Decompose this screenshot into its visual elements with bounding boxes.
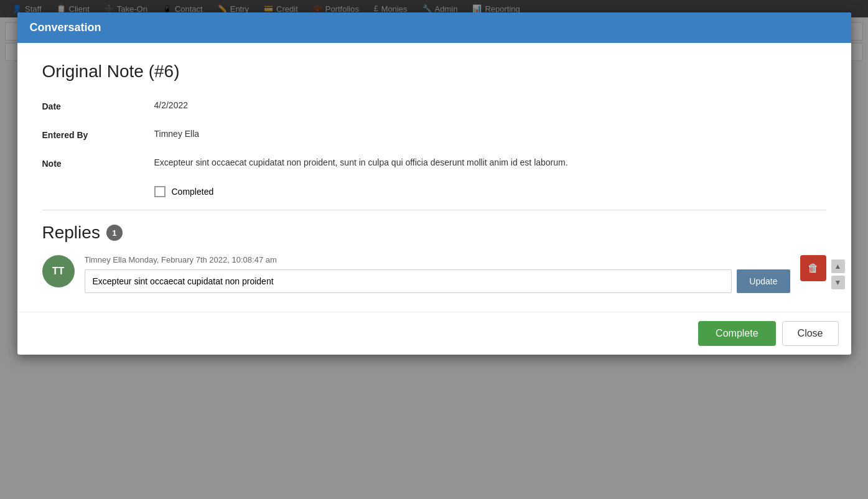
entered-by-label: Entered By: [42, 129, 154, 140]
complete-button[interactable]: Complete: [698, 321, 775, 346]
close-button[interactable]: Close: [782, 321, 839, 346]
date-value: 4/2/2022: [154, 100, 826, 110]
entered-by-value: Timney Ella: [154, 129, 826, 139]
reply-input[interactable]: [85, 269, 732, 293]
dialog-body[interactable]: Original Note (#6) Date 4/2/2022 Entered…: [17, 43, 851, 312]
replies-count-badge: 1: [106, 225, 123, 241]
conversation-dialog: Conversation Original Note (#6) Date 4/2…: [17, 12, 851, 355]
replies-header: Replies 1: [42, 223, 826, 243]
trash-icon: 🗑: [808, 262, 819, 275]
scroll-up-arrow[interactable]: ▲: [831, 259, 845, 273]
note-row: Note Excepteur sint occaecat cupidatat n…: [42, 157, 826, 169]
completed-label: Completed: [172, 187, 214, 197]
original-note-heading: Original Note (#6): [42, 62, 826, 82]
completed-row[interactable]: Completed: [154, 186, 826, 197]
delete-reply-button[interactable]: 🗑: [800, 255, 826, 281]
reply-input-row: Update: [85, 269, 790, 293]
section-divider: [42, 210, 826, 210]
reply-meta: Timney Ella Monday, February 7th 2022, 1…: [85, 255, 790, 264]
modal-overlay: Conversation Original Note (#6) Date 4/2…: [0, 0, 868, 499]
note-label: Note: [42, 157, 154, 169]
completed-checkbox[interactable]: [154, 186, 166, 197]
entered-by-row: Entered By Timney Ella: [42, 129, 826, 140]
date-row: Date 4/2/2022: [42, 100, 826, 111]
replies-title: Replies: [42, 223, 100, 243]
reply-item: TT Timney Ella Monday, February 7th 2022…: [42, 255, 826, 293]
scroll-arrows: ▲ ▼: [831, 259, 845, 289]
dialog-footer: Complete Close: [17, 312, 851, 355]
dialog-header: Conversation: [17, 12, 851, 43]
date-label: Date: [42, 100, 154, 111]
note-value: Excepteur sint occaecat cupidatat non pr…: [154, 157, 826, 167]
scroll-down-arrow[interactable]: ▼: [831, 276, 845, 289]
avatar: TT: [42, 255, 75, 287]
update-button[interactable]: Update: [737, 269, 790, 293]
reply-content: Timney Ella Monday, February 7th 2022, 1…: [85, 255, 790, 293]
dialog-title: Conversation: [30, 21, 101, 34]
